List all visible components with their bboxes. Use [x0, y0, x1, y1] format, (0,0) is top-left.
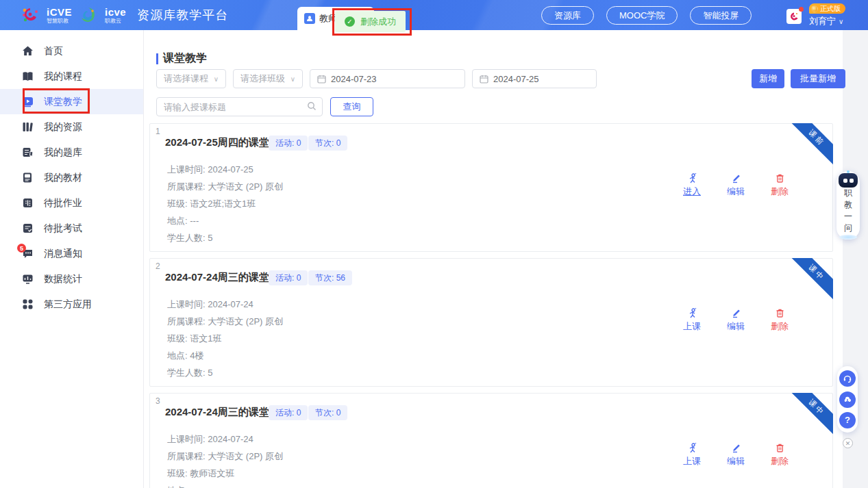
sidebar-item-pending-homework[interactable]: 待批作业: [0, 190, 143, 216]
class-select[interactable]: 请选择班级∨: [233, 69, 303, 88]
sessions-badge: 节次: 0: [308, 136, 347, 151]
add-button[interactable]: 新增: [752, 69, 784, 88]
lesson-location: 地点:: [167, 485, 188, 488]
start-date-input[interactable]: 2024-07-23: [310, 69, 465, 88]
teacher-tab-icon: [304, 13, 315, 24]
delete-button[interactable]: 删除: [765, 308, 794, 333]
nav-mooc-academy[interactable]: MOOC学院: [606, 6, 678, 25]
trash-icon: [775, 308, 785, 318]
grid-apps-icon: [22, 298, 34, 310]
homework-icon: [22, 197, 34, 209]
platform-title: 资源库教学平台: [137, 7, 228, 23]
icve-zhijiaoyun-logo-text: icve 职教云: [105, 7, 126, 24]
app-header: iCVE 智慧职教 icve 职教云 资源库教学平台 资源库 MOOC学院 智能…: [0, 0, 868, 30]
robot-icon: [839, 173, 858, 188]
end-date-input[interactable]: 2024-07-25: [472, 69, 597, 88]
customer-service-button[interactable]: [839, 370, 856, 387]
lesson-course: 所属课程: 大学语文 (2P) 原创: [167, 450, 283, 463]
sidebar-item-statistics[interactable]: 数据统计: [0, 266, 143, 292]
title-accent-bar: [156, 53, 158, 64]
collapse-toolbar-button[interactable]: ✕: [843, 438, 853, 448]
sidebar-item-third-party-apps[interactable]: 第三方应用: [0, 292, 143, 317]
start-class-button[interactable]: 上课: [678, 308, 706, 333]
icve-zhihui-logo-icon: [21, 5, 40, 25]
stats-icon: [22, 273, 34, 285]
nav-smart-casting[interactable]: 智能投屏: [690, 6, 752, 25]
delete-button[interactable]: 删除: [765, 173, 794, 198]
exam-icon: [22, 222, 34, 234]
version-badge: 正式版: [809, 3, 845, 14]
card-index: 1: [156, 127, 160, 136]
lesson-card: 3 2024-07-24周三的课堂教学 活动: 0 节次: 0 上课时间: 20…: [149, 393, 833, 488]
user-menu[interactable]: 刘育宁 ∨: [809, 15, 843, 27]
floating-toolbar: ?: [837, 366, 858, 433]
notification-count-badge: 5: [17, 244, 26, 253]
icve-zhihui-logo-text: iCVE 智慧职教: [47, 7, 72, 24]
sessions-badge: 节次: 56: [308, 270, 352, 285]
lesson-time: 上课时间: 2024-07-24: [167, 298, 253, 311]
activity-badge: 活动: 0: [269, 405, 308, 420]
check-circle-icon: ✓: [345, 16, 355, 27]
question-bank-icon: [22, 146, 34, 158]
trash-icon: [775, 443, 785, 453]
course-select[interactable]: 请选择课程∨: [156, 69, 226, 88]
mini-app-icon[interactable]: [786, 9, 802, 24]
lesson-location: 地点: ---: [167, 215, 199, 227]
page-title: 课堂教学: [156, 51, 207, 66]
enter-class-button[interactable]: 进入: [678, 173, 706, 198]
lesson-class: 班级: 语文1班: [167, 333, 221, 345]
header-nav: 资源库 MOOC学院 智能投屏: [541, 6, 752, 25]
headset-icon: [843, 374, 852, 383]
icve-zhijiaoyun-logo-icon: [79, 5, 98, 25]
wave-decoration: [839, 235, 857, 240]
cloud-download-icon: [843, 395, 852, 404]
query-button[interactable]: 查询: [330, 97, 373, 116]
activity-badge: 活动: 0: [269, 136, 308, 151]
sidebar: 首页 我的课程 课堂教学 我的资源 我的题库 我的教材 待批作业 待批考试 5 …: [0, 30, 144, 488]
medal-icon: [811, 5, 818, 12]
chevron-down-icon: ∨: [839, 18, 843, 25]
pencil-icon: [731, 443, 741, 453]
search-icon: [307, 101, 317, 111]
ai-assistant-widget[interactable]: 职 教 一 问: [836, 171, 860, 240]
sidebar-item-my-courses[interactable]: 我的课程: [0, 64, 143, 89]
question-mark-icon: ?: [845, 415, 850, 425]
person-icon: [687, 443, 697, 453]
start-class-button[interactable]: 上课: [678, 443, 706, 467]
sidebar-item-pending-exams[interactable]: 待批考试: [0, 216, 143, 241]
pencil-icon: [731, 308, 741, 318]
lesson-time: 上课时间: 2024-07-25: [167, 164, 253, 176]
lesson-class: 班级: 语文2班;语文1班: [167, 198, 256, 210]
pencil-icon: [731, 173, 741, 183]
activity-badge: 活动: 0: [269, 270, 308, 285]
sidebar-item-notifications[interactable]: 5 消息通知: [0, 241, 143, 266]
lesson-card: 2 2024-07-24周三的课堂教学 活动: 0 节次: 56 上课时间: 2…: [149, 258, 833, 387]
help-button[interactable]: ?: [839, 412, 856, 428]
lesson-time: 上课时间: 2024-07-24: [167, 433, 253, 446]
card-index: 3: [156, 396, 160, 406]
notification-dot: [799, 7, 804, 12]
sessions-badge: 节次: 0: [308, 405, 347, 420]
calendar-icon: [480, 75, 488, 84]
user-name-label: 刘育宁: [809, 15, 836, 27]
search-input[interactable]: [156, 97, 323, 116]
sidebar-item-classroom-teaching[interactable]: 课堂教学: [0, 89, 143, 114]
nav-resource-library[interactable]: 资源库: [541, 6, 594, 25]
download-button[interactable]: [839, 391, 856, 408]
edit-button[interactable]: 编辑: [721, 443, 750, 467]
status-ribbon: 课中: [791, 258, 833, 300]
delete-button[interactable]: 删除: [765, 443, 794, 467]
sidebar-item-my-textbooks[interactable]: 我的教材: [0, 165, 143, 190]
card-actions: 进入 编辑 删除: [678, 173, 794, 198]
lesson-course: 所属课程: 大学语文 (2P) 原创: [167, 181, 283, 193]
sidebar-item-home[interactable]: 首页: [0, 38, 143, 64]
toast-message: 删除成功: [360, 16, 396, 28]
lesson-location: 地点: 4楼: [167, 350, 203, 362]
home-icon: [22, 45, 34, 57]
edit-button[interactable]: 编辑: [721, 308, 750, 333]
sidebar-item-question-bank[interactable]: 我的题库: [0, 140, 143, 165]
main-content: 课堂教学 请选择课程∨ 请选择班级∨ 2024-07-23 2024-07-25…: [144, 30, 843, 488]
sidebar-item-my-resources[interactable]: 我的资源: [0, 114, 143, 140]
edit-button[interactable]: 编辑: [721, 173, 750, 198]
batch-add-button[interactable]: 批量新增: [791, 69, 845, 88]
